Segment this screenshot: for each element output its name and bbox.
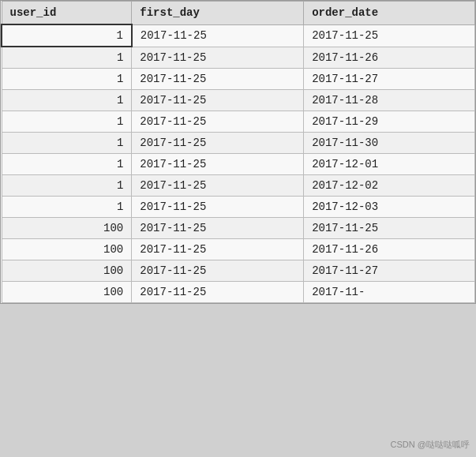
cell-first-day: 2017-11-25 (132, 111, 304, 133)
cell-first-day: 2017-11-25 (132, 47, 304, 69)
cell-user-id: 1 (2, 133, 132, 154)
cell-order-date: 2017-11-27 (304, 260, 475, 282)
table-row: 12017-11-252017-11-30 (2, 133, 475, 154)
cell-order-date: 2017-11-25 (304, 24, 475, 47)
cell-order-date: 2017-11-30 (304, 133, 475, 154)
cell-order-date: 2017-11-25 (304, 218, 475, 239)
cell-user-id: 1 (2, 90, 132, 111)
cell-order-date: 2017-11-27 (304, 69, 475, 90)
cell-user-id: 1 (2, 154, 132, 175)
cell-first-day: 2017-11-25 (132, 239, 304, 260)
cell-first-day: 2017-11-25 (132, 197, 304, 218)
cell-order-date: 2017-11- (304, 282, 475, 303)
cell-user-id: 100 (2, 239, 132, 260)
cell-first-day: 2017-11-25 (132, 260, 304, 282)
cell-user-id: 1 (2, 197, 132, 218)
cell-user-id: 1 (2, 69, 132, 90)
table-row: 12017-11-252017-11-26 (2, 47, 475, 69)
table-row: 1002017-11-252017-11- (2, 282, 475, 303)
col-header-order-date: order_date (304, 2, 475, 25)
table-row: 12017-11-252017-11-27 (2, 69, 475, 90)
cell-order-date: 2017-12-03 (304, 197, 475, 218)
table-row: 12017-11-252017-11-28 (2, 90, 475, 111)
table-row: 12017-11-252017-12-03 (2, 197, 475, 218)
cell-first-day: 2017-11-25 (132, 218, 304, 239)
col-header-first-day: first_day (132, 2, 304, 25)
cell-user-id: 100 (2, 282, 132, 303)
table-row: 12017-11-252017-11-29 (2, 111, 475, 133)
cell-order-date: 2017-11-26 (304, 47, 475, 69)
table-row: 1002017-11-252017-11-26 (2, 239, 475, 260)
cell-order-date: 2017-12-02 (304, 175, 475, 197)
cell-first-day: 2017-11-25 (132, 175, 304, 197)
table-row: 12017-11-252017-12-02 (2, 175, 475, 197)
col-header-user-id: user_id (2, 2, 132, 25)
cell-user-id: 1 (2, 111, 132, 133)
cell-order-date: 2017-12-01 (304, 154, 475, 175)
cell-first-day: 2017-11-25 (132, 24, 304, 47)
cell-user-id: 1 (2, 47, 132, 69)
table-row: 1002017-11-252017-11-25 (2, 218, 475, 239)
cell-user-id: 1 (2, 24, 132, 47)
data-table: user_id first_day order_date 12017-11-25… (1, 1, 475, 303)
cell-first-day: 2017-11-25 (132, 69, 304, 90)
table-row: 1002017-11-252017-11-27 (2, 260, 475, 282)
table-row: 12017-11-252017-11-25 (2, 24, 475, 47)
data-table-container: user_id first_day order_date 12017-11-25… (0, 0, 476, 304)
table-row: 12017-11-252017-12-01 (2, 154, 475, 175)
cell-first-day: 2017-11-25 (132, 133, 304, 154)
watermark: CSDN @哒哒哒呱呼 (391, 439, 470, 451)
cell-order-date: 2017-11-28 (304, 90, 475, 111)
cell-order-date: 2017-11-26 (304, 239, 475, 260)
cell-user-id: 1 (2, 175, 132, 197)
cell-order-date: 2017-11-29 (304, 111, 475, 133)
cell-first-day: 2017-11-25 (132, 154, 304, 175)
cell-user-id: 100 (2, 260, 132, 282)
cell-first-day: 2017-11-25 (132, 282, 304, 303)
cell-first-day: 2017-11-25 (132, 90, 304, 111)
cell-user-id: 100 (2, 218, 132, 239)
table-header-row: user_id first_day order_date (2, 2, 475, 25)
